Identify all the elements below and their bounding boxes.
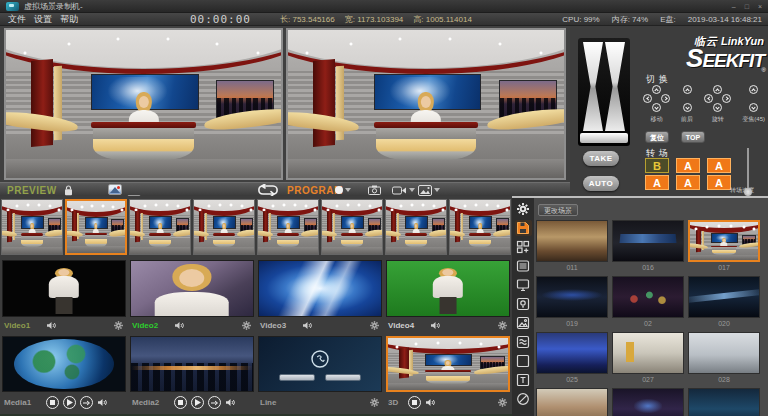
speaker-icon[interactable] [174,321,185,330]
transition-b-button[interactable]: B [645,158,669,173]
save-icon[interactable] [515,220,532,236]
record-button[interactable] [335,183,351,197]
zoom-out-button[interactable] [749,103,758,112]
move-down-button[interactable] [652,103,661,112]
video2-thumb[interactable] [130,260,254,317]
datetime: 2019-03-14 16:48:21 [688,13,762,26]
auto-button[interactable]: AUTO [583,176,619,191]
angle-thumb[interactable] [385,199,447,255]
reset-button[interactable]: 复位 [645,131,669,143]
frame-icon[interactable] [515,353,532,369]
rotate-up-button[interactable] [713,85,722,94]
forward-button[interactable] [683,85,692,94]
phone-connect-button[interactable] [279,374,316,381]
mobile-connect-button[interactable] [325,374,362,381]
disable-icon[interactable] [515,391,532,407]
transition-a-button[interactable]: A [645,175,669,190]
menu-help[interactable]: 帮助 [56,13,82,26]
scene-thumb[interactable] [612,276,684,318]
angle-thumb-selected[interactable] [65,199,127,255]
3d-thumb-selected[interactable] [386,336,510,392]
t-bar-fader[interactable] [578,38,630,146]
scene-thumb[interactable] [688,332,760,374]
stop-button[interactable] [174,396,187,409]
rotate-down-button[interactable] [713,103,722,112]
list-icon[interactable] [515,258,532,274]
t-bar-handle[interactable] [580,133,628,143]
menu-settings[interactable]: 设置 [30,13,56,26]
menu-file[interactable]: 文件 [4,13,30,26]
image-icon[interactable] [515,315,532,331]
stop-button[interactable] [408,396,421,409]
media1-thumb[interactable] [2,336,126,392]
scene-thumb[interactable] [612,332,684,374]
monitor-icon[interactable] [515,277,532,293]
transition-a-button[interactable]: A [707,175,731,190]
layers-icon[interactable] [515,334,532,350]
rotate-right-button[interactable] [722,94,731,103]
lock-icon[interactable] [64,183,73,197]
speaker-icon[interactable] [97,398,108,407]
scene-thumb[interactable] [688,388,760,416]
gear-icon[interactable] [497,397,508,408]
scene-thumb[interactable] [612,388,684,416]
speaker-icon[interactable] [225,398,236,407]
angle-thumb[interactable] [321,199,383,255]
move-left-button[interactable] [643,94,652,103]
speaker-icon[interactable] [430,321,441,330]
video-capture-icon[interactable] [392,183,415,197]
minimize-button[interactable]: – [732,0,736,13]
scene-thumb-selected[interactable] [688,220,760,262]
gear-icon[interactable] [113,320,124,331]
gear-icon[interactable] [369,320,380,331]
speaker-icon[interactable] [425,398,436,407]
speaker-icon[interactable] [302,321,313,330]
close-button[interactable]: × [758,0,762,13]
video4-thumb[interactable] [386,260,510,317]
settings-gear-icon[interactable] [515,201,532,217]
line-thumb[interactable] [258,336,382,392]
layout-grid-icon[interactable] [515,239,532,255]
scene-thumb[interactable] [536,332,608,374]
stop-button[interactable] [46,396,59,409]
swap-transition-icon[interactable] [253,183,283,197]
scene-thumb[interactable] [612,220,684,262]
gear-icon[interactable] [241,320,252,331]
video3-thumb[interactable] [258,260,382,317]
move-right-button[interactable] [661,94,670,103]
snapshot-camera-icon[interactable] [368,183,381,197]
transition-a-button[interactable]: A [707,158,731,173]
move-up-button[interactable] [652,85,661,94]
scene-thumb[interactable] [536,276,608,318]
angle-thumb[interactable] [449,199,511,255]
text-tool-icon[interactable] [515,372,532,388]
transition-a-button[interactable]: A [676,158,700,173]
next-button[interactable] [80,396,93,409]
angle-thumb[interactable] [1,199,63,255]
scene-thumb[interactable] [536,220,608,262]
zoom-in-button[interactable] [749,85,758,94]
next-button[interactable] [208,396,221,409]
top-button[interactable]: TOP [681,131,705,143]
angle-thumb[interactable] [257,199,319,255]
gear-icon[interactable] [497,320,508,331]
rotate-left-button[interactable] [704,94,713,103]
gear-icon[interactable] [369,397,380,408]
play-button[interactable] [191,396,204,409]
picture-output-icon[interactable] [418,183,440,197]
scene-thumb[interactable] [688,276,760,318]
video1-thumb[interactable] [2,260,126,317]
maximize-button[interactable]: □ [745,0,749,13]
scene-thumb[interactable] [536,388,608,416]
media2-thumb[interactable] [130,336,254,392]
angle-thumb[interactable] [129,199,191,255]
transition-a-button[interactable]: A [676,175,700,190]
light-icon[interactable] [515,296,532,312]
angle-thumb[interactable] [193,199,255,255]
take-button[interactable]: TAKE [583,151,619,166]
change-scene-button[interactable]: 更改场景 [538,204,578,216]
backward-button[interactable] [683,103,692,112]
speaker-icon[interactable] [46,321,57,330]
overlay-image-icon[interactable] [108,184,122,195]
play-button[interactable] [63,396,76,409]
